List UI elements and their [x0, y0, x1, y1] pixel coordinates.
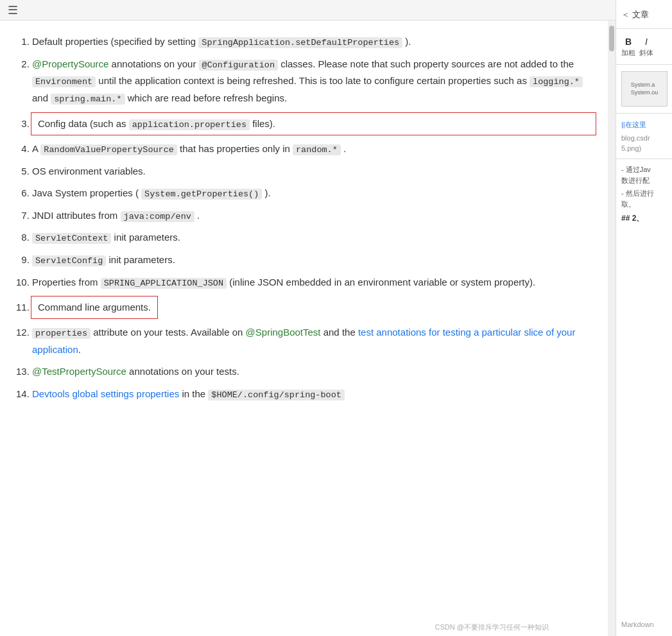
code-servletcontext: ServletContext	[32, 233, 111, 244]
hamburger-icon[interactable]: ☰	[8, 3, 18, 17]
sidebar-collapse-button[interactable]: ＜ 文章	[616, 5, 672, 24]
code-springapplication: SpringApplication.setDefaultProperties	[198, 37, 402, 48]
preview-text: System.a System.ou	[630, 80, 660, 98]
markdown-label: Markdown	[616, 582, 659, 631]
list-item: OS environment variables.	[32, 163, 596, 180]
list-item: ServletContext init parameters.	[32, 229, 596, 246]
code-jndi: java:comp/env	[121, 211, 194, 222]
list-item: A RandomValuePropertySource that has pro…	[32, 141, 596, 158]
sidebar-note-2: - 然后进行取。	[616, 187, 659, 211]
sidebar-preview: System.a System.ou	[621, 71, 668, 107]
list-item: ServletConfig init parameters.	[32, 252, 596, 269]
content-area[interactable]: Default properties (specified by setting…	[0, 21, 616, 636]
code-application-properties: application.properties	[129, 119, 250, 130]
code-randomvalue: RandomValuePropertySource	[40, 144, 177, 155]
bold-button-group: B 加粗	[621, 35, 635, 58]
italic-button[interactable]: I	[642, 35, 650, 48]
annotation-testpropertysource: @TestPropertySource	[32, 366, 126, 377]
sidebar-article-link: blog.csdr5.png)	[616, 132, 655, 155]
divider-2	[616, 64, 672, 65]
list-item-3: Config data (such as application.propert…	[32, 112, 596, 136]
scrollbar-thumb[interactable]	[609, 26, 614, 51]
top-bar: ☰	[0, 0, 616, 21]
divider-3	[616, 113, 672, 114]
sidebar-title: 文章	[632, 9, 649, 21]
italic-button-group: I 斜体	[639, 35, 653, 58]
list-item: properties attribute on your tests. Avai…	[32, 324, 596, 358]
list-item: Default properties (specified by setting…	[32, 33, 596, 51]
link-devtools[interactable]: Devtools global settings properties	[32, 388, 179, 399]
divider	[616, 28, 672, 29]
list-item: Devtools global settings properties in t…	[32, 386, 596, 403]
code-configuration: @Configuration	[199, 60, 278, 71]
sidebar-edit-hint[interactable]: ||在这里	[616, 117, 651, 132]
main-area: ☰ Default properties (specified by setti…	[0, 0, 616, 636]
chevron-left-icon: ＜	[621, 9, 630, 21]
annotation-springboottest: @SpringBootTest	[246, 327, 321, 338]
code-logging: logging.*	[530, 76, 583, 87]
code-home-config: $HOME/.config/spring-boot	[208, 390, 345, 400]
item-3-box: Config data (such as application.propert…	[31, 112, 596, 136]
code-servletconfig: ServletConfig	[32, 255, 106, 266]
bold-button[interactable]: B	[623, 35, 634, 48]
vertical-scrollbar[interactable]	[608, 21, 616, 636]
bold-label: 加粗	[621, 48, 635, 58]
list-item: @TestPropertySource annotations on your …	[32, 363, 596, 380]
sidebar-section-heading: ## 2、	[616, 211, 649, 227]
code-environment: Environment	[32, 76, 96, 87]
code-getproperties: System.getProperties()	[141, 189, 262, 200]
list-item: JNDI attributes from java:comp/env .	[32, 207, 596, 225]
watermark: CSDN @不要排斥学习任何一种知识	[430, 621, 554, 633]
code-spring-json: SPRING_APPLICATION_JSON	[101, 278, 227, 289]
italic-label: 斜体	[639, 48, 653, 58]
code-properties: properties	[32, 328, 90, 339]
list-item: Properties from SPRING_APPLICATION_JSON …	[32, 274, 596, 291]
list-item-11: Command line arguments.	[32, 296, 596, 319]
code-random: random.*	[293, 144, 341, 155]
divider-4	[616, 159, 672, 159]
list-item: Java System properties ( System.getPrope…	[32, 185, 596, 202]
sidebar-note-1: - 通过Jav数进行配	[616, 163, 656, 187]
property-sources-list: Default properties (specified by setting…	[19, 33, 596, 402]
right-sidebar: ＜ 文章 B 加粗 I 斜体 System.a System.ou ||在这里 …	[616, 0, 672, 636]
code-springmain: spring.main.*	[51, 94, 125, 105]
formatting-toolbar: B 加粗 I 斜体	[616, 33, 672, 60]
annotation-propertysource: @PropertySource	[32, 58, 108, 69]
item-11-box: Command line arguments.	[31, 296, 158, 319]
list-item: @PropertySource annotations on your @Con…	[32, 56, 596, 107]
